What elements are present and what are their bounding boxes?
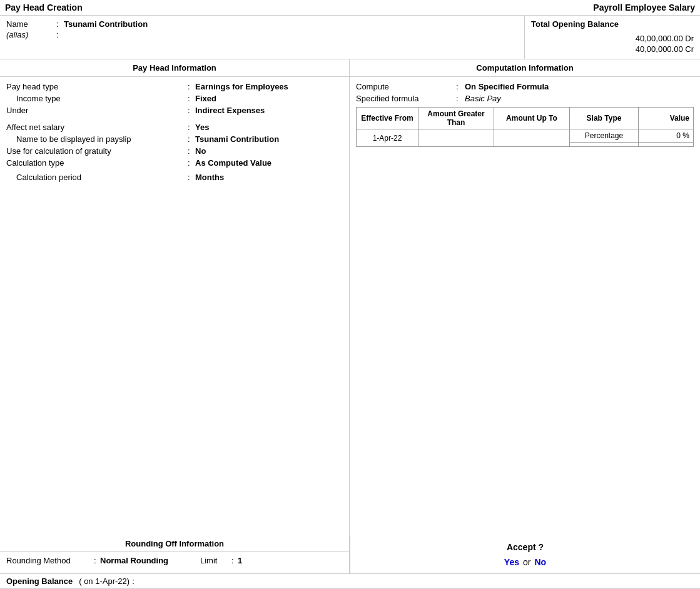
page-title-left: Pay Head Creation [5,3,83,13]
slab-cell-value: 0 % [639,129,694,143]
compute-colon: : [456,82,465,91]
rounding-method-colon: : [94,556,100,565]
slab-header-amount-upto: Amount Up To [494,108,570,129]
limit-colon: : [231,556,238,565]
slab-header-amount-greater: Amount Greater Than [418,108,494,129]
rounding-method-label: Rounding Method [6,556,94,565]
slab-cell-slab-type-2 [570,143,639,147]
slab-cell-amount-upto [494,129,570,147]
payslip-name-colon: : [188,134,195,144]
calc-type-colon: : [188,158,195,168]
accept-or: or [523,557,530,567]
footer-ob-date: ( on 1-Apr-22) [79,576,129,586]
balance-cr: 40,00,000.00 Cr [636,44,694,54]
compute-value: On Specified Formula [465,82,549,91]
footer-section: Opening Balance ( on 1-Apr-22) : [0,574,700,589]
pay-head-info-title: Pay Head Information [0,59,349,77]
rounding-method-value: Normal Rounding [100,556,200,565]
accept-box: Accept ? Yes or No [350,536,700,573]
formula-label: Specified formula [356,94,456,103]
accept-no-button[interactable]: No [534,557,546,567]
name-colon: : [56,19,64,29]
gratuity-colon: : [188,146,195,156]
calc-type-label: Calculation type [6,158,188,168]
calc-type-value: As Computed Value [195,158,271,168]
slab-header-value: Value [639,108,694,129]
pay-head-type-value: Earnings for Employees [195,82,288,91]
compute-label: Compute [356,82,456,91]
slab-cell-value-2 [639,143,694,147]
payslip-name-value: Tsunami Contribution [195,134,279,144]
slab-row: 1-Apr-22Percentage0 % [357,129,694,143]
footer-ob-label: Opening Balance [6,576,73,586]
calc-period-colon: : [188,173,195,182]
limit-value: 1 [238,556,242,565]
total-opening-balance-title: Total Opening Balance [531,19,694,29]
slab-header-slab-type: Slab Type [570,108,639,129]
footer-ob-colon: : [132,576,134,586]
income-type-value: Fixed [195,94,216,103]
accept-question: Accept ? [507,542,544,552]
under-label: Under [6,106,188,115]
slab-header-effective-from: Effective From [357,108,418,129]
under-colon: : [188,106,195,115]
name-label: Name [6,19,56,29]
calc-period-label: Calculation period [6,173,188,182]
accept-yes-button[interactable]: Yes [504,557,519,567]
income-type-label: Income type [6,94,188,103]
pay-head-type-label: Pay head type [6,82,188,91]
gratuity-value: No [195,146,206,156]
affect-net-colon: : [188,123,195,132]
formula-colon: : [456,94,465,103]
alias-label: (alias) [6,30,56,39]
computation-info-title: Computation Information [350,59,700,77]
limit-label: Limit [200,556,231,565]
affect-net-label: Affect net salary [6,123,188,132]
gratuity-label: Use for calculation of gratuity [6,146,188,156]
name-value: Tsunami Contribution [64,19,148,29]
pay-head-type-colon: : [188,82,195,91]
affect-net-value: Yes [195,123,209,132]
slab-cell-effective-from: 1-Apr-22 [357,129,418,147]
page-title-right: Payroll Employee Salary [593,3,695,13]
income-type-colon: : [188,94,195,103]
slab-table: Effective From Amount Greater Than Amoun… [356,107,694,147]
slab-cell-slab-type: Percentage [570,129,639,143]
balance-dr: 40,00,000.00 Dr [636,34,694,43]
payslip-name-label: Name to be displayed in payslip [6,134,188,144]
under-value: Indirect Expenses [195,106,265,115]
rounding-off-title: Rounding Off Information [0,536,349,552]
formula-value: Basic Pay [465,94,501,103]
calc-period-value: Months [195,173,224,182]
alias-colon: : [56,30,64,39]
slab-cell-amount-greater [418,129,494,147]
